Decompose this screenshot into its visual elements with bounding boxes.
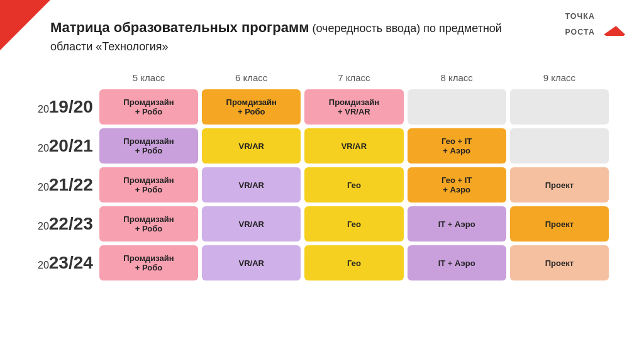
col-header-8: 8 класс <box>408 70 506 86</box>
matrix-cell: VR/AR <box>202 167 301 203</box>
matrix-cell: Гео <box>304 245 403 280</box>
page-title: Матрица образовательных программ (очеред… <box>50 19 518 55</box>
matrix-cell: Промдизайн + Робо <box>202 89 301 125</box>
matrix-cell <box>510 89 609 125</box>
matrix-table: 5 класс 6 класс 7 класс 8 класс 9 класс … <box>31 66 613 284</box>
year-column-header <box>35 70 96 86</box>
matrix-cell: Промдизайн + VR/AR <box>304 89 403 125</box>
matrix-cell: Гео <box>304 167 403 203</box>
matrix-cell: Промдизайн + Робо <box>99 128 198 164</box>
matrix-cell: Промдизайн + Робо <box>99 167 198 203</box>
svg-text:РОСТА: РОСТА <box>565 28 595 36</box>
table-row: 2023/24Промдизайн + РобоVR/ARГеоIT + Аэр… <box>35 245 609 280</box>
col-header-5: 5 класс <box>99 70 198 86</box>
logo: ТОЧКА РОСТА <box>562 8 631 36</box>
matrix-container: 5 класс 6 класс 7 класс 8 класс 9 класс … <box>31 66 613 284</box>
year-label: 2020/21 <box>35 128 96 164</box>
header: Матрица образовательных программ (очеред… <box>50 19 518 55</box>
matrix-cell: VR/AR <box>304 128 403 164</box>
matrix-cell: Промдизайн + Робо <box>99 89 198 125</box>
table-row: 2020/21Промдизайн + РобоVR/ARVR/ARГео + … <box>35 128 609 164</box>
matrix-cell: Проект <box>510 206 609 242</box>
year-label: 2021/22 <box>35 167 96 203</box>
matrix-cell: Проект <box>510 245 609 280</box>
matrix-cell: Промдизайн + Робо <box>99 206 198 242</box>
corner-decoration <box>0 0 50 50</box>
col-header-7: 7 класс <box>304 70 403 86</box>
matrix-cell: IT + Аэро <box>408 245 506 280</box>
col-header-9: 9 класс <box>510 70 609 86</box>
matrix-cell: Гео <box>304 206 403 242</box>
matrix-cell: Промдизайн + Робо <box>99 245 198 280</box>
table-row: 2021/22Промдизайн + РобоVR/ARГеоГео + IT… <box>35 167 609 203</box>
year-label: 2022/23 <box>35 206 96 242</box>
matrix-cell: IT + Аэро <box>408 206 506 242</box>
matrix-cell: Проект <box>510 167 609 203</box>
col-header-6: 6 класс <box>202 70 301 86</box>
matrix-cell: Гео + IT + Аэро <box>408 167 506 203</box>
title-bold: Матрица образовательных программ <box>50 19 309 35</box>
matrix-cell: Гео + IT + Аэро <box>408 128 506 164</box>
table-row: 2019/20Промдизайн + РобоПромдизайн + Роб… <box>35 89 609 125</box>
page: ТОЧКА РОСТА Матрица образовательных прог… <box>0 0 644 361</box>
matrix-cell <box>510 128 609 164</box>
matrix-cell: VR/AR <box>202 128 301 164</box>
year-label: 2023/24 <box>35 245 96 280</box>
svg-text:ТОЧКА: ТОЧКА <box>565 12 595 21</box>
table-row: 2022/23Промдизайн + РобоVR/ARГеоIT + Аэр… <box>35 206 609 242</box>
matrix-cell: VR/AR <box>202 245 301 280</box>
matrix-cell <box>408 89 506 125</box>
year-label: 2019/20 <box>35 89 96 125</box>
header-row: 5 класс 6 класс 7 класс 8 класс 9 класс <box>35 70 609 86</box>
matrix-cell: VR/AR <box>202 206 301 242</box>
